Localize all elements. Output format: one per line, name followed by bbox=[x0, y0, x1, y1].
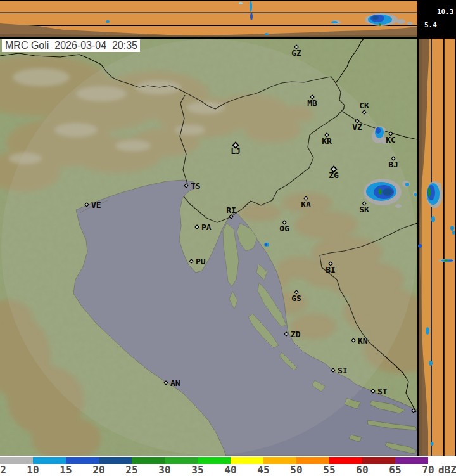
scale-tick-label: 40 bbox=[224, 464, 236, 476]
top-cross-section-panel bbox=[0, 0, 417, 39]
scale-segment bbox=[165, 457, 198, 464]
city-label: KC bbox=[386, 135, 396, 145]
corner-info-box: 10.3 5.4 bbox=[417, 0, 456, 39]
city-label: MB bbox=[307, 98, 317, 108]
right-cross-section-panel bbox=[417, 39, 456, 456]
city-label: CK bbox=[359, 101, 369, 110]
city-label: PA bbox=[201, 222, 212, 232]
scale-tick-label: 20 bbox=[92, 464, 104, 476]
radar-echo bbox=[444, 260, 448, 262]
scale-tick-label: 30 bbox=[158, 464, 170, 476]
city-label: SI bbox=[338, 366, 348, 375]
scale-segment bbox=[263, 457, 296, 464]
city-label: PU bbox=[196, 257, 206, 266]
right-strip-3 bbox=[445, 39, 455, 456]
radar-echo bbox=[265, 33, 269, 35]
scale-tick-label: 60 bbox=[356, 464, 368, 476]
scale-segment bbox=[329, 457, 362, 464]
radar-echo bbox=[431, 442, 434, 446]
radar-echo bbox=[407, 22, 412, 25]
radar-echo bbox=[414, 193, 417, 196]
dbz-color-scale: 210152025303540455055606570dBZ bbox=[0, 456, 456, 476]
radar-echo bbox=[106, 20, 110, 23]
radar-echo bbox=[431, 216, 435, 222]
scale-unit-label: dBZ bbox=[438, 464, 456, 476]
city-label: RI bbox=[226, 205, 236, 215]
city-label: LJ bbox=[231, 146, 241, 156]
radar-echo bbox=[428, 187, 431, 197]
right-strip-2 bbox=[432, 39, 444, 456]
city-label: KA bbox=[301, 200, 311, 209]
city-label: BJ bbox=[388, 160, 398, 169]
city-label: KR bbox=[322, 136, 332, 146]
right-divider-1 bbox=[431, 39, 432, 456]
scale-tick-label: 2 bbox=[0, 464, 6, 476]
scale-tick-label: 35 bbox=[191, 464, 203, 476]
outside-range-shade bbox=[0, 39, 417, 456]
radar-echo bbox=[331, 21, 338, 23]
scale-tick-label: 55 bbox=[323, 464, 335, 476]
city-label: KN bbox=[358, 336, 368, 345]
top-strip-2 bbox=[0, 13, 417, 25]
radar-echo bbox=[426, 327, 429, 335]
radar-echo bbox=[250, 13, 253, 20]
max-echo-height-value: 5.4 bbox=[424, 21, 437, 29]
scale-tick-label: 70 bbox=[422, 464, 434, 476]
city-label: TS bbox=[191, 181, 201, 191]
city-label: VE bbox=[91, 200, 101, 210]
radar-map: GZMBCKVZKCKRLJBJZGTSKASKVERIOGPAPUBIGSZD… bbox=[0, 39, 417, 456]
max-echo-top-value: 10.3 bbox=[437, 8, 454, 16]
scale-segment bbox=[231, 457, 263, 464]
radar-echo bbox=[379, 189, 382, 195]
scale-tick-label: 45 bbox=[257, 464, 269, 476]
right-divider-2 bbox=[443, 39, 445, 456]
radar-echo bbox=[396, 19, 405, 24]
scale-tick-label: 65 bbox=[389, 464, 401, 476]
city-label: ZG bbox=[329, 170, 339, 180]
scale-tick-label: 10 bbox=[27, 464, 39, 476]
city-label: ZD bbox=[291, 330, 301, 339]
radar-echo bbox=[379, 23, 381, 26]
scale-segment bbox=[296, 457, 329, 464]
city-label: VZ bbox=[352, 122, 362, 132]
scale-segment bbox=[132, 457, 165, 464]
radar-echo bbox=[405, 183, 409, 186]
city-label: GZ bbox=[291, 48, 301, 58]
city-label: BI bbox=[326, 265, 336, 274]
radar-echo bbox=[418, 244, 422, 248]
radar-echo bbox=[376, 127, 381, 134]
radar-echo bbox=[452, 231, 455, 235]
radar-echo bbox=[448, 260, 453, 262]
scale-tick-label: 50 bbox=[290, 464, 302, 476]
scale-tick-label: 15 bbox=[60, 464, 72, 476]
scale-segment bbox=[362, 457, 395, 464]
city-label: GS bbox=[291, 293, 301, 303]
scale-segments bbox=[0, 457, 428, 464]
city-label: AN bbox=[170, 378, 180, 388]
city-label: SK bbox=[359, 205, 369, 214]
radar-echo bbox=[239, 2, 243, 4]
scale-segment bbox=[395, 457, 428, 464]
radar-echo bbox=[383, 188, 393, 196]
city-label: OG bbox=[279, 224, 289, 233]
radar-echo bbox=[395, 204, 402, 208]
radar-echo bbox=[250, 1, 252, 12]
radar-echo bbox=[372, 16, 379, 20]
radar-title-label: MRC Goli 2026-03-04 20:35 bbox=[2, 39, 140, 52]
scale-segment bbox=[99, 457, 132, 464]
city-label: ST bbox=[377, 387, 388, 396]
scale-segment bbox=[0, 457, 33, 464]
scale-segment bbox=[66, 457, 99, 464]
scale-segment bbox=[33, 457, 66, 464]
scale-tick-label: 25 bbox=[125, 464, 137, 476]
top-strip-1 bbox=[0, 1, 417, 13]
radar-echo bbox=[450, 226, 454, 231]
radar-echo bbox=[265, 243, 267, 246]
scale-segment bbox=[198, 457, 231, 464]
radar-app-window: 10.3 5.4 bbox=[0, 0, 456, 476]
radar-echo bbox=[429, 361, 433, 366]
